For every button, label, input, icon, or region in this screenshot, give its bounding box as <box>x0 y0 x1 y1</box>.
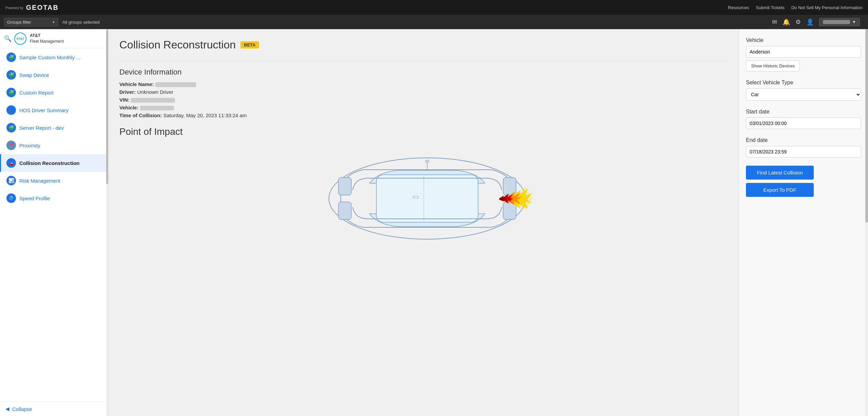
groups-filter-label: Groups filter <box>7 20 31 25</box>
sidebar-logo: AT&T AT&T Fleet Management <box>14 33 104 45</box>
svg-rect-4 <box>338 178 351 195</box>
groups-selected-text: All groups selected <box>62 20 100 25</box>
page-content: Collision Reconstruction BETA Device Inf… <box>108 29 739 416</box>
end-date-input[interactable] <box>746 146 861 158</box>
vehicle-type-section: Select Vehicle Type Car Truck Van SUV <box>746 80 861 101</box>
user-arrow: ▼ <box>852 20 856 24</box>
sidebar-item-proximity[interactable]: 📍 Proximity <box>0 137 108 154</box>
sidebar-label-server-report: Server Report - dev <box>19 125 64 131</box>
vin-value <box>131 98 175 103</box>
sidebar-item-speed-profile[interactable]: ⏱ Speed Profile <box>0 189 108 207</box>
proximity-icon: 📍 <box>6 141 16 150</box>
vehicle-label: Vehicle: <box>119 105 139 110</box>
puzzle-icon-1: 🧩 <box>6 53 16 62</box>
submit-tickets-link[interactable]: Submit Tickets <box>756 5 785 10</box>
gear-icon[interactable]: ⚙ <box>795 18 801 26</box>
sidebar-label-swap-device: Swap Device <box>19 72 49 78</box>
risk-icon: 📊 <box>6 176 16 185</box>
sidebar-att-label: AT&T Fleet Management <box>30 33 64 44</box>
driver-label: Driver: <box>119 89 136 95</box>
sidebar-label-risk-management: Risk Management <box>19 178 60 184</box>
sidebar-item-swap-device[interactable]: 🧩 Swap Device <box>0 66 108 84</box>
user-icon[interactable]: 👤 <box>806 18 814 26</box>
top-nav-left: Powered by GEOTAB <box>5 4 59 12</box>
right-panel: Vehicle Show Historic Devices Select Veh… <box>739 29 868 416</box>
find-latest-collision-button[interactable]: Find Latest Collision <box>746 166 814 180</box>
vehicle-name-value <box>155 82 196 87</box>
att-circle-icon: AT&T <box>14 33 26 45</box>
sidebar-item-sample-custom-monthly[interactable]: 🧩 Sample Custom Monthly ... <box>0 48 108 66</box>
vehicle-row: Vehicle: <box>119 105 728 110</box>
export-to-pdf-button[interactable]: Export To PDF <box>746 183 814 197</box>
svg-rect-5 <box>338 202 351 220</box>
search-icon[interactable]: 🔍 <box>4 35 12 42</box>
collapse-label: Collapse <box>12 406 32 412</box>
page-scrollbar[interactable] <box>865 29 868 416</box>
vehicle-type-select[interactable]: Car Truck Van SUV <box>746 88 861 101</box>
divider <box>119 61 728 61</box>
end-date-section: End date <box>746 137 861 158</box>
svg-rect-1 <box>376 175 478 222</box>
sidebar-label-collision-reconstruction: Collision Reconstruction <box>19 160 80 166</box>
page-title: Collision Reconstruction <box>119 39 236 51</box>
groups-filter-dropdown[interactable]: Groups filter ▼ <box>4 18 58 26</box>
beta-badge: BETA <box>240 41 259 48</box>
start-date-label: Start date <box>746 109 861 115</box>
sidebar-search-row: 🔍 AT&T AT&T Fleet Management <box>0 29 108 48</box>
select-vehicle-type-label: Select Vehicle Type <box>746 80 861 86</box>
groups-bar: Groups filter ▼ All groups selected ✉ 🔔 … <box>0 15 868 29</box>
do-not-sell-link[interactable]: Do Not Sell My Personal Information <box>791 5 863 10</box>
resources-link[interactable]: Resources <box>728 5 749 10</box>
start-date-section: Start date <box>746 109 861 129</box>
vin-row: VIN: <box>119 97 728 103</box>
vehicle-input[interactable] <box>746 46 861 58</box>
sidebar-label-sample-custom-monthly: Sample Custom Monthly ... <box>19 55 80 60</box>
top-nav-links: Resources Submit Tickets Do Not Sell My … <box>728 5 863 10</box>
point-of-impact-title: Point of Impact <box>119 126 728 137</box>
page-title-row: Collision Reconstruction BETA <box>119 39 728 51</box>
vehicle-name-label: Vehicle Name: <box>119 81 154 87</box>
vehicle-value <box>140 106 174 110</box>
vin-label: VIN: <box>119 97 130 103</box>
speed-icon: ⏱ <box>6 193 16 203</box>
sidebar-items-list: 🧩 Sample Custom Monthly ... 🧩 Swap Devic… <box>0 48 108 401</box>
collision-icon: 🚗 <box>6 158 16 168</box>
sidebar-collapse-button[interactable]: ◀ Collapse <box>0 401 108 416</box>
user-dropdown[interactable]: ▼ <box>819 18 860 26</box>
collapse-arrow-icon: ◀ <box>5 406 9 412</box>
puzzle-icon-4: 🧩 <box>6 123 16 132</box>
vehicle-panel-label: Vehicle <box>746 37 861 43</box>
bell-icon[interactable]: 🔔 <box>783 18 790 26</box>
sidebar-label-hos-driver-summary: HOS Driver Summary <box>19 107 68 113</box>
time-collision-row: Time of Collision: Saturday, May 20, 202… <box>119 112 728 118</box>
driver-value: Unknown Driver <box>137 89 174 95</box>
svg-point-9 <box>425 160 429 163</box>
sidebar-item-collision-reconstruction[interactable]: 🚗 Collision Reconstruction <box>0 154 108 172</box>
mail-icon[interactable]: ✉ <box>772 18 777 26</box>
sidebar-scrollbar[interactable] <box>106 29 108 416</box>
groups-filter-arrow: ▼ <box>52 20 55 24</box>
geotab-logo: GEOTAB <box>26 4 59 12</box>
powered-by-text: Powered by <box>5 5 23 10</box>
sidebar-scrollbar-thumb <box>106 29 108 184</box>
puzzle-icon-2: 🧩 <box>6 70 16 80</box>
vehicle-section: Vehicle Show Historic Devices <box>746 37 861 71</box>
car-diagram <box>309 143 539 254</box>
time-label: Time of Collision: <box>119 112 162 118</box>
sidebar: 🔍 AT&T AT&T Fleet Management 🧩 Sample Cu… <box>0 29 108 416</box>
sidebar-item-hos-driver-summary[interactable]: 👤 HOS Driver Summary <box>0 101 108 119</box>
user-name <box>823 20 850 24</box>
sidebar-item-risk-management[interactable]: 📊 Risk Management <box>0 172 108 189</box>
nav-icons: ✉ 🔔 ⚙ 👤 ▼ <box>772 18 860 26</box>
sidebar-label-proximity: Proximity <box>19 143 40 148</box>
sidebar-item-custom-report[interactable]: 🧩 Custom Report <box>0 84 108 101</box>
vehicle-name-row: Vehicle Name: <box>119 81 728 87</box>
device-info-section: Device Information Vehicle Name: Driver:… <box>119 68 728 118</box>
show-historic-devices-button[interactable]: Show Historic Devices <box>746 60 800 71</box>
sidebar-item-server-report[interactable]: 🧩 Server Report - dev <box>0 119 108 137</box>
sidebar-label-custom-report: Custom Report <box>19 90 54 96</box>
sidebar-label-speed-profile: Speed Profile <box>19 195 50 201</box>
start-date-input[interactable] <box>746 118 861 129</box>
driver-icon: 👤 <box>6 105 16 115</box>
main-layout: 🔍 AT&T AT&T Fleet Management 🧩 Sample Cu… <box>0 29 868 416</box>
